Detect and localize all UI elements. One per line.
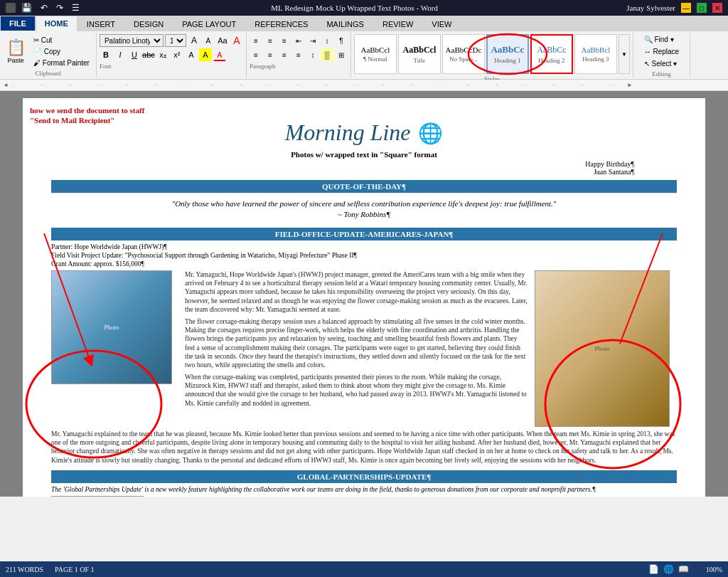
newsletter-header: Morning Line 🌐 bbox=[51, 112, 677, 146]
style-title-text: AaBbCcl bbox=[403, 45, 437, 55]
maximize-btn[interactable]: □ bbox=[697, 3, 707, 13]
quick-undo-btn[interactable]: ↶ bbox=[38, 1, 50, 15]
copy-button[interactable]: 📄 Copy bbox=[30, 46, 93, 57]
style-heading1[interactable]: AaBbCc Heading 1 bbox=[486, 34, 529, 74]
underline-button[interactable]: U bbox=[128, 48, 141, 61]
tab-page-layout[interactable]: PAGE LAYOUT bbox=[173, 16, 245, 31]
style-title[interactable]: AaBbCcl Title bbox=[398, 34, 441, 74]
header-note-line2: "Send to Mail Recipient" bbox=[30, 116, 144, 125]
font-group: Palatino Linoty 11 A A Aa A B I U abc x₂… bbox=[97, 33, 247, 78]
style-heading2[interactable]: AaBbCc Heading 2 bbox=[530, 34, 573, 74]
subscript-button[interactable]: x₂ bbox=[156, 48, 169, 61]
shading-btn[interactable]: ▒ bbox=[321, 48, 333, 61]
birthday-text: Happy Birthday¶ bbox=[585, 160, 634, 168]
quick-touch-btn[interactable]: ☰ bbox=[69, 1, 82, 15]
italic-button[interactable]: I bbox=[114, 48, 127, 61]
title-bar: 💾 ↶ ↷ ☰ ML Redesign Mock Up Wrapped Text… bbox=[0, 0, 728, 16]
style-no-space-text: AaBbCcDc bbox=[446, 46, 482, 54]
bottom-caption: << Ganta hospital staff receives supplie… bbox=[151, 496, 677, 497]
decrease-indent-btn[interactable]: ⇤ bbox=[292, 34, 305, 47]
line-spacing-btn[interactable]: ↕ bbox=[306, 48, 319, 61]
clipboard-label: Clipboard bbox=[35, 70, 60, 77]
field-partner-text: Partner: Hope Worldwide Japan (HWWJ)¶ bbox=[51, 243, 167, 250]
document-area[interactable]: how we send the document to staff "Send … bbox=[0, 91, 728, 497]
quote-title: QUOTE-OF-THE-DAY¶ bbox=[322, 182, 406, 191]
font-shrink-btn[interactable]: A bbox=[202, 34, 215, 47]
align-right-btn[interactable]: ≡ bbox=[278, 48, 291, 61]
field-para4: Mr. Yamaguchi explained to the team that… bbox=[51, 430, 677, 465]
bottom-photo-1 bbox=[51, 496, 144, 497]
tab-file[interactable]: FILE bbox=[0, 16, 36, 31]
style-h3-label: Heading 3 bbox=[582, 55, 609, 63]
global-intro-text: The 'Global Partnerships Update' is a ne… bbox=[51, 486, 596, 493]
left-photo: Photo bbox=[51, 270, 172, 384]
field-para3: When the corsage-making was completed, p… bbox=[185, 373, 529, 408]
field-partner: Partner: Hope Worldwide Japan (HWWJ)¶ bbox=[51, 243, 677, 250]
text-effects-btn[interactable]: A bbox=[185, 48, 198, 61]
style-heading3[interactable]: AaBbBcl Heading 3 bbox=[574, 34, 617, 74]
left-photo-caption: Photo bbox=[104, 324, 119, 331]
quote-section-header: QUOTE-OF-THE-DAY¶ bbox=[51, 180, 677, 193]
bold-button[interactable]: B bbox=[100, 48, 112, 61]
quote-text-content: "Only those who have learned the power o… bbox=[65, 198, 663, 209]
tab-mailings[interactable]: MAILINGS bbox=[317, 16, 373, 31]
quote-attribution: ~ Tony Robbins¶ bbox=[65, 209, 663, 220]
find-button[interactable]: 🔍 Find ▾ bbox=[641, 34, 682, 45]
sort-btn[interactable]: ↕ bbox=[321, 34, 333, 47]
font-case-btn[interactable]: Aa bbox=[216, 34, 229, 47]
tab-design[interactable]: DESIGN bbox=[124, 16, 173, 31]
tab-home[interactable]: HOME bbox=[36, 16, 77, 31]
style-no-space-label: No Spaci... bbox=[449, 55, 478, 63]
styles-group: AaBbCcl ¶ Normal AaBbCcl Title AaBbCcDc … bbox=[351, 33, 633, 78]
numbering-btn[interactable]: ≡ bbox=[264, 34, 277, 47]
field-project: Field Visit Project Update: "Psychosocia… bbox=[51, 252, 677, 259]
show-marks-btn[interactable]: ¶ bbox=[335, 34, 348, 47]
bullets-btn[interactable]: ≡ bbox=[250, 34, 262, 47]
read-mode-btn[interactable]: 📖 bbox=[678, 564, 689, 574]
paste-button[interactable]: 📋 Paste bbox=[3, 34, 28, 68]
editing-label: Editing bbox=[652, 70, 671, 78]
paste-label: Paste bbox=[7, 57, 23, 64]
strikethrough-button[interactable]: abc bbox=[142, 48, 155, 61]
quick-redo-btn[interactable]: ↷ bbox=[53, 1, 66, 15]
view-controls: 📄 🌐 📖 bbox=[648, 564, 689, 574]
cut-button[interactable]: ✂ Cut bbox=[30, 35, 93, 46]
style-no-space[interactable]: AaBbCcDc No Spaci... bbox=[442, 34, 485, 74]
font-clear-btn[interactable]: A bbox=[230, 34, 243, 47]
justify-btn[interactable]: ≡ bbox=[292, 48, 305, 61]
minimize-btn[interactable]: — bbox=[681, 3, 691, 13]
font-grow-btn[interactable]: A bbox=[188, 34, 200, 47]
field-main-text: Mr. Yamaguchi, Hope Worldwide Japan's (H… bbox=[185, 270, 529, 427]
field-para4-text: Mr. Yamaguchi explained to the team that… bbox=[51, 430, 677, 465]
tab-references[interactable]: REFERENCES bbox=[245, 16, 317, 31]
quick-save-btn[interactable]: 💾 bbox=[18, 1, 35, 15]
tab-review[interactable]: REVIEW bbox=[373, 16, 422, 31]
multilevel-btn[interactable]: ≡ bbox=[278, 34, 291, 47]
superscript-button[interactable]: x² bbox=[171, 48, 183, 61]
web-layout-btn[interactable]: 🌐 bbox=[663, 564, 674, 574]
tab-insert[interactable]: INSERT bbox=[77, 16, 124, 31]
increase-indent-btn[interactable]: ⇥ bbox=[306, 34, 319, 47]
font-size-select[interactable]: 11 bbox=[165, 34, 186, 47]
close-btn[interactable]: ✕ bbox=[712, 3, 722, 13]
newsletter-globe-icon: 🌐 bbox=[418, 122, 443, 144]
field-para1-text: Mr. Yamaguchi, Hope Worldwide Japan's (H… bbox=[185, 270, 529, 314]
select-button[interactable]: ↖ Select ▾ bbox=[641, 58, 682, 69]
font-color-btn[interactable]: A bbox=[213, 48, 226, 61]
replace-button[interactable]: ↔ Replace bbox=[641, 46, 682, 57]
header-note-line1: how we send the document to staff bbox=[30, 105, 144, 116]
global-intro: The 'Global Partnerships Update' is a ne… bbox=[51, 486, 677, 493]
style-normal[interactable]: AaBbCcl ¶ Normal bbox=[354, 34, 397, 74]
tab-view[interactable]: VIEW bbox=[422, 16, 461, 31]
bottom-section: << Ganta hospital staff receives supplie… bbox=[51, 496, 677, 497]
style-h1-label: Heading 1 bbox=[494, 57, 520, 64]
align-center-btn[interactable]: ≡ bbox=[264, 48, 277, 61]
print-layout-btn[interactable]: 📄 bbox=[648, 564, 659, 574]
font-name-select[interactable]: Palatino Linoty bbox=[100, 34, 164, 47]
text-highlight-btn[interactable]: A bbox=[199, 48, 212, 61]
styles-scroll-btn[interactable]: ▼ bbox=[619, 34, 630, 74]
field-para1: Mr. Yamaguchi, Hope Worldwide Japan's (H… bbox=[185, 270, 529, 314]
format-painter-button[interactable]: 🖌 Format Painter bbox=[30, 58, 93, 68]
align-left-btn[interactable]: ≡ bbox=[250, 48, 262, 61]
borders-btn[interactable]: ⊞ bbox=[335, 48, 348, 61]
